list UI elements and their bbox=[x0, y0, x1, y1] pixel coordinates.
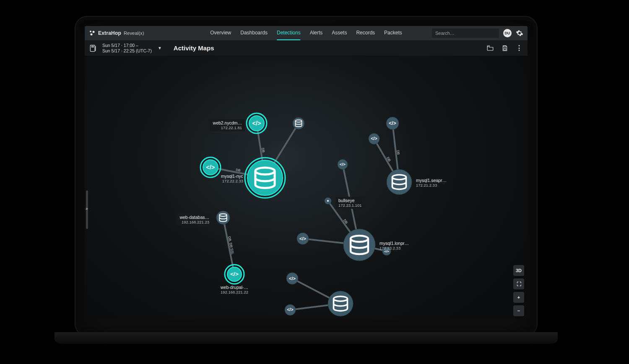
svg-rect-4 bbox=[92, 46, 94, 47]
nav-tab-records[interactable]: Records bbox=[356, 26, 375, 40]
svg-text:</>: </> bbox=[206, 164, 215, 171]
graph-node-mysql1[interactable] bbox=[328, 291, 353, 316]
device-catalog-icon[interactable] bbox=[89, 44, 97, 52]
code-icon: </> bbox=[389, 120, 396, 126]
svg-text:</>: </> bbox=[371, 136, 377, 141]
code-icon: </> bbox=[340, 162, 346, 166]
svg-rect-7 bbox=[504, 48, 506, 50]
svg-text:</>: </> bbox=[389, 120, 396, 126]
svg-rect-6 bbox=[504, 46, 506, 47]
graph-node-web_database[interactable] bbox=[216, 211, 230, 224]
top-bar: ExtraHop Reveal(x) OverviewDashboardsDet… bbox=[85, 26, 528, 40]
time-range-picker[interactable]: Sun 5/17 · 17:00 – Sun 5/17 · 22:25 (UTC… bbox=[102, 43, 152, 53]
node-label: mysql1.seapr…172.21.2.33 bbox=[416, 178, 447, 187]
graph-node-mysql1_seapr[interactable] bbox=[387, 169, 412, 195]
svg-point-24 bbox=[327, 200, 329, 202]
nav-tabs: OverviewDashboardsDetectionsAlertsAssets… bbox=[210, 26, 402, 40]
brand-product: Reveal(x) bbox=[124, 31, 144, 36]
code-icon: </> bbox=[289, 276, 296, 281]
svg-text:</>: </> bbox=[340, 162, 346, 166]
graph-node-code_b1[interactable]: </> bbox=[286, 273, 298, 284]
sub-bar: Sun 5/17 · 17:00 – Sun 5/17 · 22:25 (UTC… bbox=[85, 40, 528, 56]
canvas-controls: 3D ⛶ + − bbox=[513, 265, 524, 316]
page-title: Activity Maps bbox=[174, 44, 214, 52]
graph-node-mysql1_nyc[interactable] bbox=[245, 158, 285, 198]
svg-point-34 bbox=[387, 169, 412, 195]
brand: ExtraHop Reveal(x) bbox=[89, 30, 144, 36]
svg-point-9 bbox=[247, 160, 283, 195]
node-label: web2.nycdm…172.22.1.81 bbox=[210, 119, 245, 131]
svg-point-1 bbox=[93, 31, 95, 33]
left-panel-expand-handle[interactable] bbox=[86, 190, 88, 229]
graph-node-code_s2[interactable]: </> bbox=[369, 133, 379, 144]
brand-name: ExtraHop bbox=[98, 30, 121, 36]
svg-point-39 bbox=[328, 291, 353, 316]
svg-text:</>: </> bbox=[287, 307, 293, 312]
svg-text:</>: </> bbox=[289, 276, 296, 281]
save-icon[interactable] bbox=[502, 45, 508, 52]
chevron-down-icon[interactable]: ▼ bbox=[158, 46, 162, 50]
graph-node-web2_nycdm[interactable]: </> bbox=[247, 113, 267, 133]
node-label: mysql1-nyc172.22.2.33 bbox=[221, 174, 243, 183]
view-3d-button[interactable]: 3D bbox=[513, 265, 524, 276]
edge-label: DB bbox=[396, 150, 400, 155]
search-input[interactable] bbox=[432, 29, 499, 38]
activity-map-canvas[interactable]: DBDBDB, DB:SSLDBDBDB</></></></></></></… bbox=[85, 56, 528, 320]
code-icon: </> bbox=[287, 307, 293, 312]
graph-node-code_mid[interactable]: </> bbox=[338, 159, 348, 169]
code-icon: </> bbox=[252, 120, 261, 127]
zoom-in-button[interactable]: + bbox=[513, 292, 524, 303]
fullscreen-button[interactable]: ⛶ bbox=[513, 278, 524, 289]
svg-point-2 bbox=[91, 34, 93, 36]
code-icon: </> bbox=[371, 136, 377, 141]
node-label: web-drupal-…192.168.221.22 bbox=[221, 285, 248, 294]
code-icon: </> bbox=[299, 236, 307, 241]
graph-node-web_drupal[interactable]: </> bbox=[225, 265, 244, 284]
svg-text:</>: </> bbox=[230, 271, 239, 277]
graph-node-bullseye[interactable] bbox=[325, 198, 331, 204]
graph-node-code_b2[interactable]: </> bbox=[285, 304, 296, 315]
nav-tab-packets[interactable]: Packets bbox=[384, 26, 402, 40]
nav-tab-assets[interactable]: Assets bbox=[332, 26, 347, 40]
user-avatar[interactable]: DU bbox=[503, 29, 512, 37]
time-range-line2: Sun 5/17 · 22:25 (UTC-7) bbox=[102, 48, 152, 53]
dot-icon bbox=[327, 200, 329, 202]
settings-gear-icon[interactable] bbox=[516, 29, 523, 37]
svg-point-16 bbox=[216, 211, 230, 224]
code-icon: </> bbox=[206, 164, 215, 171]
graph-node-code_s1[interactable]: </> bbox=[386, 117, 399, 130]
open-folder-icon[interactable] bbox=[486, 44, 494, 52]
graph-node-db_top[interactable] bbox=[293, 117, 304, 129]
zoom-out-button[interactable]: − bbox=[513, 305, 524, 316]
edge-label: DB bbox=[261, 148, 265, 153]
nav-tab-detections[interactable]: Detections bbox=[277, 26, 301, 40]
time-range-line1: Sun 5/17 · 17:00 – bbox=[102, 43, 152, 48]
brand-logo-icon bbox=[89, 30, 96, 36]
node-label: mysql1.lonpr…172.23.2.33 bbox=[379, 241, 409, 250]
graph-node-code_a[interactable]: </> bbox=[200, 157, 221, 177]
graph-node-code_left2[interactable]: </> bbox=[297, 233, 309, 244]
node-label: web-databas…192.168.221.23 bbox=[177, 213, 212, 226]
nav-tab-dashboards[interactable]: Dashboards bbox=[240, 26, 268, 40]
svg-point-0 bbox=[90, 31, 91, 32]
svg-point-27 bbox=[343, 229, 375, 261]
svg-point-20 bbox=[293, 117, 304, 129]
code-icon: </> bbox=[230, 271, 239, 277]
graph-node-mysql1_lonpr[interactable] bbox=[343, 229, 375, 261]
more-menu-icon[interactable]: ⋮ bbox=[516, 44, 523, 52]
graph-svg: DBDBDB, DB:SSLDBDBDB</></></></></></></… bbox=[85, 56, 528, 320]
svg-text:</>: </> bbox=[252, 120, 261, 127]
svg-text:</>: </> bbox=[299, 236, 307, 241]
node-label: bullseye172.23.1.101 bbox=[335, 197, 364, 209]
nav-tab-overview[interactable]: Overview bbox=[210, 26, 231, 40]
nav-tab-alerts[interactable]: Alerts bbox=[310, 26, 323, 40]
app-screen: ExtraHop Reveal(x) OverviewDashboardsDet… bbox=[85, 26, 528, 320]
